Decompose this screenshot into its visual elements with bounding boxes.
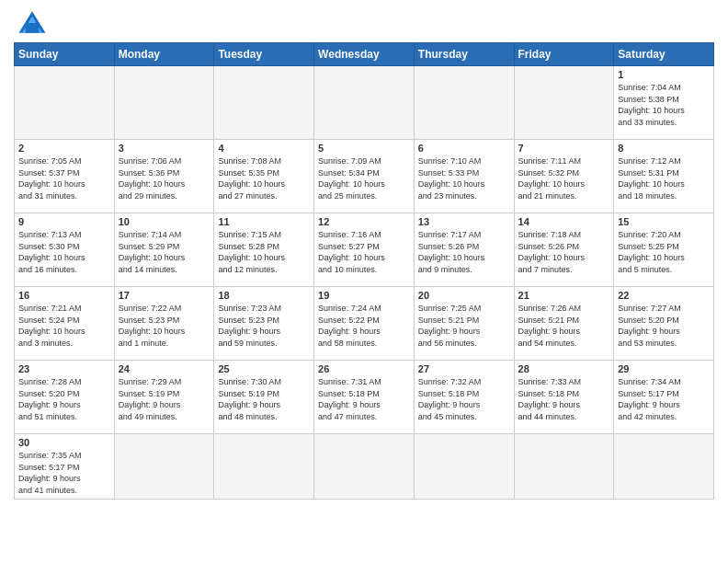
calendar-cell: 28Sunrise: 7:33 AM Sunset: 5:18 PM Dayli… bbox=[514, 361, 614, 434]
day-number: 22 bbox=[618, 290, 710, 301]
day-number: 24 bbox=[119, 363, 210, 374]
day-info: Sunrise: 7:31 AM Sunset: 5:18 PM Dayligh… bbox=[318, 376, 410, 422]
day-number: 19 bbox=[318, 290, 410, 301]
calendar-cell bbox=[214, 66, 314, 140]
day-number: 4 bbox=[218, 143, 310, 154]
calendar-cell: 7Sunrise: 7:11 AM Sunset: 5:32 PM Daylig… bbox=[514, 140, 614, 213]
day-info: Sunrise: 7:16 AM Sunset: 5:27 PM Dayligh… bbox=[318, 229, 410, 275]
day-info: Sunrise: 7:29 AM Sunset: 5:19 PM Dayligh… bbox=[119, 376, 210, 422]
calendar-cell: 16Sunrise: 7:21 AM Sunset: 5:24 PM Dayli… bbox=[15, 287, 115, 361]
day-number: 26 bbox=[318, 363, 410, 374]
calendar-cell: 27Sunrise: 7:32 AM Sunset: 5:18 PM Dayli… bbox=[414, 361, 514, 434]
svg-rect-2 bbox=[26, 23, 40, 33]
day-number: 23 bbox=[18, 363, 110, 374]
weekday-header-tuesday: Tuesday bbox=[214, 43, 314, 66]
day-info: Sunrise: 7:12 AM Sunset: 5:31 PM Dayligh… bbox=[618, 155, 710, 201]
day-info: Sunrise: 7:05 AM Sunset: 5:37 PM Dayligh… bbox=[18, 155, 110, 201]
day-number: 21 bbox=[518, 290, 610, 301]
weekday-header-sunday: Sunday bbox=[15, 43, 115, 66]
day-info: Sunrise: 7:09 AM Sunset: 5:34 PM Dayligh… bbox=[318, 155, 410, 201]
day-number: 29 bbox=[618, 363, 710, 374]
calendar-cell: 15Sunrise: 7:20 AM Sunset: 5:25 PM Dayli… bbox=[614, 213, 714, 287]
day-info: Sunrise: 7:08 AM Sunset: 5:35 PM Dayligh… bbox=[218, 155, 310, 201]
calendar-cell: 10Sunrise: 7:14 AM Sunset: 5:29 PM Dayli… bbox=[114, 213, 214, 287]
calendar-week-2: 2Sunrise: 7:05 AM Sunset: 5:37 PM Daylig… bbox=[15, 140, 714, 213]
day-info: Sunrise: 7:13 AM Sunset: 5:30 PM Dayligh… bbox=[18, 229, 110, 275]
day-number: 6 bbox=[418, 143, 510, 154]
calendar-cell bbox=[114, 434, 214, 500]
day-info: Sunrise: 7:14 AM Sunset: 5:29 PM Dayligh… bbox=[119, 229, 210, 275]
day-number: 1 bbox=[618, 69, 710, 80]
day-number: 15 bbox=[618, 216, 710, 227]
calendar-cell: 4Sunrise: 7:08 AM Sunset: 5:35 PM Daylig… bbox=[214, 140, 314, 213]
day-info: Sunrise: 7:21 AM Sunset: 5:24 PM Dayligh… bbox=[18, 303, 110, 349]
calendar-cell bbox=[15, 66, 115, 140]
calendar-cell bbox=[414, 66, 514, 140]
calendar-cell: 1Sunrise: 7:04 AM Sunset: 5:38 PM Daylig… bbox=[614, 66, 714, 140]
weekday-header-friday: Friday bbox=[514, 43, 614, 66]
calendar-week-3: 9Sunrise: 7:13 AM Sunset: 5:30 PM Daylig… bbox=[15, 213, 714, 287]
day-info: Sunrise: 7:20 AM Sunset: 5:25 PM Dayligh… bbox=[618, 229, 710, 275]
calendar-cell: 9Sunrise: 7:13 AM Sunset: 5:30 PM Daylig… bbox=[15, 213, 115, 287]
day-info: Sunrise: 7:34 AM Sunset: 5:17 PM Dayligh… bbox=[618, 376, 710, 422]
calendar-table: SundayMondayTuesdayWednesdayThursdayFrid… bbox=[14, 42, 714, 500]
calendar-week-5: 23Sunrise: 7:28 AM Sunset: 5:20 PM Dayli… bbox=[15, 361, 714, 434]
day-info: Sunrise: 7:06 AM Sunset: 5:36 PM Dayligh… bbox=[119, 155, 210, 201]
day-info: Sunrise: 7:11 AM Sunset: 5:32 PM Dayligh… bbox=[518, 155, 610, 201]
calendar-cell: 17Sunrise: 7:22 AM Sunset: 5:23 PM Dayli… bbox=[114, 287, 214, 361]
day-info: Sunrise: 7:17 AM Sunset: 5:26 PM Dayligh… bbox=[418, 229, 510, 275]
calendar-cell: 14Sunrise: 7:18 AM Sunset: 5:26 PM Dayli… bbox=[514, 213, 614, 287]
logo-icon bbox=[14, 9, 51, 35]
day-number: 25 bbox=[218, 363, 310, 374]
day-info: Sunrise: 7:33 AM Sunset: 5:18 PM Dayligh… bbox=[518, 376, 610, 422]
calendar-cell bbox=[214, 434, 314, 500]
calendar-cell: 29Sunrise: 7:34 AM Sunset: 5:17 PM Dayli… bbox=[614, 361, 714, 434]
weekday-header-saturday: Saturday bbox=[614, 43, 714, 66]
calendar-cell: 12Sunrise: 7:16 AM Sunset: 5:27 PM Dayli… bbox=[314, 213, 415, 287]
day-info: Sunrise: 7:04 AM Sunset: 5:38 PM Dayligh… bbox=[618, 82, 710, 128]
day-number: 17 bbox=[119, 290, 210, 301]
calendar-week-6: 30Sunrise: 7:35 AM Sunset: 5:17 PM Dayli… bbox=[15, 434, 714, 500]
calendar-cell: 8Sunrise: 7:12 AM Sunset: 5:31 PM Daylig… bbox=[614, 140, 714, 213]
calendar-cell: 21Sunrise: 7:26 AM Sunset: 5:21 PM Dayli… bbox=[514, 287, 614, 361]
day-info: Sunrise: 7:22 AM Sunset: 5:23 PM Dayligh… bbox=[119, 303, 210, 349]
calendar-cell bbox=[414, 434, 514, 500]
calendar-cell: 26Sunrise: 7:31 AM Sunset: 5:18 PM Dayli… bbox=[314, 361, 415, 434]
day-number: 16 bbox=[18, 290, 110, 301]
day-number: 12 bbox=[318, 216, 410, 227]
day-info: Sunrise: 7:24 AM Sunset: 5:22 PM Dayligh… bbox=[318, 303, 410, 349]
day-number: 7 bbox=[518, 143, 610, 154]
calendar-cell: 19Sunrise: 7:24 AM Sunset: 5:22 PM Dayli… bbox=[314, 287, 415, 361]
day-info: Sunrise: 7:10 AM Sunset: 5:33 PM Dayligh… bbox=[418, 155, 510, 201]
day-number: 14 bbox=[518, 216, 610, 227]
day-info: Sunrise: 7:30 AM Sunset: 5:19 PM Dayligh… bbox=[218, 376, 310, 422]
calendar-cell bbox=[514, 66, 614, 140]
day-number: 27 bbox=[418, 363, 510, 374]
calendar-cell: 25Sunrise: 7:30 AM Sunset: 5:19 PM Dayli… bbox=[214, 361, 314, 434]
calendar-cell: 13Sunrise: 7:17 AM Sunset: 5:26 PM Dayli… bbox=[414, 213, 514, 287]
day-info: Sunrise: 7:15 AM Sunset: 5:28 PM Dayligh… bbox=[218, 229, 310, 275]
calendar-cell: 18Sunrise: 7:23 AM Sunset: 5:23 PM Dayli… bbox=[214, 287, 314, 361]
day-info: Sunrise: 7:26 AM Sunset: 5:21 PM Dayligh… bbox=[518, 303, 610, 349]
day-info: Sunrise: 7:35 AM Sunset: 5:17 PM Dayligh… bbox=[18, 450, 110, 496]
day-info: Sunrise: 7:32 AM Sunset: 5:18 PM Dayligh… bbox=[418, 376, 510, 422]
calendar-week-1: 1Sunrise: 7:04 AM Sunset: 5:38 PM Daylig… bbox=[15, 66, 714, 140]
weekday-header-monday: Monday bbox=[114, 43, 214, 66]
day-number: 3 bbox=[119, 143, 210, 154]
calendar-cell bbox=[314, 434, 415, 500]
calendar-cell bbox=[114, 66, 214, 140]
day-number: 2 bbox=[18, 143, 110, 154]
day-number: 13 bbox=[418, 216, 510, 227]
day-number: 18 bbox=[218, 290, 310, 301]
day-info: Sunrise: 7:18 AM Sunset: 5:26 PM Dayligh… bbox=[518, 229, 610, 275]
header bbox=[14, 9, 714, 35]
calendar-cell: 6Sunrise: 7:10 AM Sunset: 5:33 PM Daylig… bbox=[414, 140, 514, 213]
calendar-cell bbox=[514, 434, 614, 500]
day-number: 28 bbox=[518, 363, 610, 374]
day-number: 9 bbox=[18, 216, 110, 227]
calendar-cell: 23Sunrise: 7:28 AM Sunset: 5:20 PM Dayli… bbox=[15, 361, 115, 434]
day-info: Sunrise: 7:27 AM Sunset: 5:20 PM Dayligh… bbox=[618, 303, 710, 349]
day-number: 30 bbox=[18, 437, 110, 448]
day-number: 10 bbox=[119, 216, 210, 227]
calendar-cell bbox=[314, 66, 415, 140]
